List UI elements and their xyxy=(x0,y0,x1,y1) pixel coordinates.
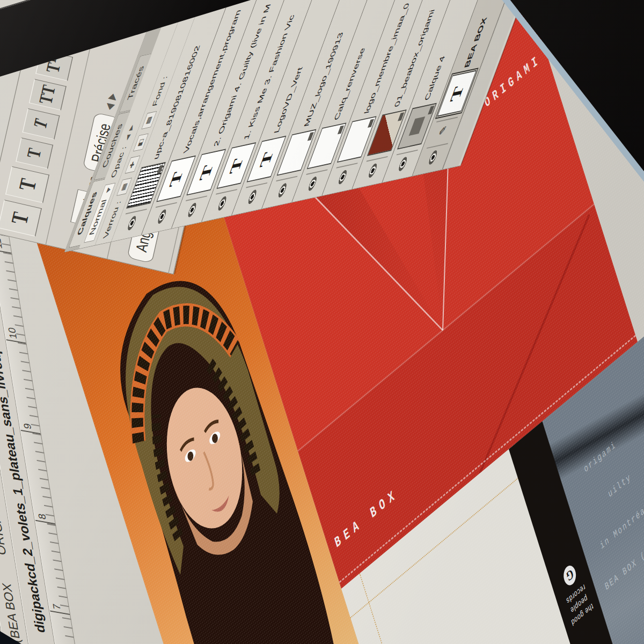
eye-icon xyxy=(337,170,348,185)
eye-icon xyxy=(126,215,137,231)
eye-icon xyxy=(157,209,168,224)
spinner-arrows-icon[interactable]: ◀ ▶ xyxy=(102,91,119,111)
eye-icon xyxy=(247,189,258,204)
eye-icon xyxy=(397,156,408,172)
eye-icon xyxy=(217,196,228,211)
eye-icon xyxy=(307,176,318,192)
ruler-number: 9 xyxy=(21,422,34,430)
eye-icon xyxy=(367,163,378,179)
ruler-number: 11 xyxy=(0,237,5,249)
faux-italic-button[interactable]: T xyxy=(22,108,60,140)
ruler-number: 7 xyxy=(51,603,63,611)
type-tool-button[interactable]: T xyxy=(5,166,49,203)
record-label-g-logo: G xyxy=(561,562,578,589)
ruler-number: 8 xyxy=(36,513,48,520)
spinner-arrows-icon[interactable]: ◀ ▶ xyxy=(124,123,136,141)
ruler-number: 10 xyxy=(6,326,19,340)
faux-bold-button[interactable]: T xyxy=(16,137,53,169)
type-tool-button[interactable]: T xyxy=(0,200,41,237)
eye-icon xyxy=(427,150,438,165)
perforation-line-vertical xyxy=(360,573,489,644)
eye-icon xyxy=(277,182,288,198)
eye-icon xyxy=(187,202,198,218)
all-caps-button[interactable]: TT xyxy=(28,79,66,111)
credits-line: uilty xyxy=(607,471,632,500)
